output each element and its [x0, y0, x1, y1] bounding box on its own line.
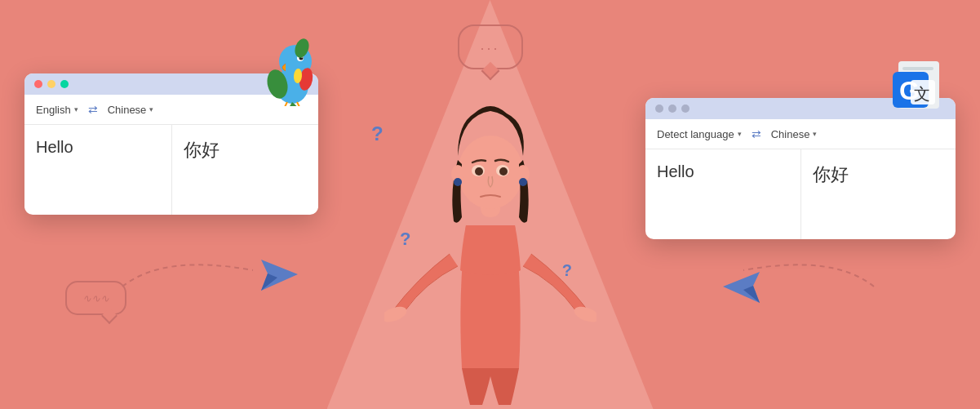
dot-green [60, 80, 69, 88]
svg-point-25 [458, 136, 523, 209]
dot-yellow [47, 80, 55, 88]
right-target-lang-label: Chinese [771, 128, 810, 140]
parrot-mascot [261, 37, 326, 106]
right-dot-3 [681, 104, 690, 113]
right-source-lang-label: Detect language [657, 128, 734, 140]
google-translate-icon: G 文 [886, 57, 947, 114]
right-lang-bar: Detect language ▾ ⇄ Chinese ▾ [645, 119, 956, 149]
speech-bubble-top: ... [458, 24, 523, 69]
right-source-chevron: ▾ [738, 130, 742, 138]
speech-bubble-dots: ... [480, 37, 499, 54]
svg-text:文: 文 [914, 85, 930, 103]
svg-point-32 [454, 178, 462, 186]
left-source-text: Hello [36, 138, 73, 156]
right-target-chevron: ▾ [813, 130, 817, 138]
right-source-text: Hello [657, 162, 694, 180]
person-illustration [384, 66, 596, 409]
right-translation-content: Hello 你好 [645, 149, 956, 239]
left-swap-icon[interactable]: ⇄ [88, 103, 98, 116]
left-target-text: 你好 [184, 140, 220, 160]
right-target-lang[interactable]: Chinese ▾ [771, 128, 818, 140]
left-translation-content: Hello 你好 [24, 125, 318, 215]
svg-point-33 [519, 178, 527, 186]
right-dot-2 [668, 104, 676, 113]
right-source-panel: Hello [645, 149, 801, 239]
svg-rect-16 [902, 67, 933, 70]
left-target-chevron: ▾ [149, 105, 153, 113]
left-target-lang[interactable]: Chinese ▾ [108, 104, 154, 116]
left-source-chevron: ▾ [74, 105, 78, 113]
left-source-lang-label: English [36, 104, 71, 116]
left-target-lang-label: Chinese [108, 104, 147, 116]
dot-red [34, 80, 42, 88]
left-translation-window: English ▾ ⇄ Chinese ▾ Hello 你好 [24, 73, 318, 215]
svg-point-29 [499, 167, 508, 176]
paper-plane-left [261, 260, 298, 291]
squiggle-text: ∿∿∿ [82, 292, 109, 305]
right-window-body: Detect language ▾ ⇄ Chinese ▾ Hello 你好 [645, 119, 956, 239]
question-mark-1: ? [371, 122, 384, 145]
left-source-panel: Hello [24, 125, 172, 215]
right-target-panel: 你好 [801, 149, 956, 239]
left-target-panel: 你好 [172, 125, 319, 215]
svg-point-28 [475, 167, 483, 176]
svg-line-13 [284, 102, 287, 106]
svg-line-14 [297, 102, 300, 106]
right-dot-1 [655, 104, 663, 113]
right-swap-icon[interactable]: ⇄ [752, 127, 761, 140]
right-translation-window: G 文 Detect language ▾ ⇄ Chinese ▾ Hello [645, 98, 956, 239]
dashed-line-left [114, 246, 261, 295]
right-source-lang[interactable]: Detect language ▾ [657, 128, 742, 140]
right-target-text: 你好 [813, 164, 849, 184]
left-window-body: English ▾ ⇄ Chinese ▾ Hello 你好 [24, 95, 318, 215]
paper-plane-right [723, 272, 760, 303]
left-source-lang[interactable]: English ▾ [36, 104, 78, 116]
